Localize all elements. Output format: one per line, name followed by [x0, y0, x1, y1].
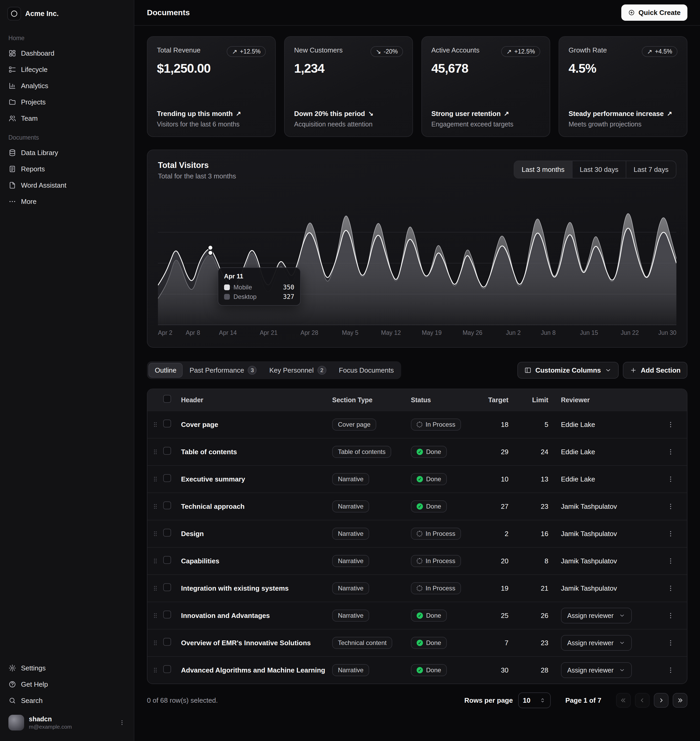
ellipsis-icon [9, 198, 16, 206]
row-checkbox[interactable] [163, 501, 171, 509]
target-value[interactable]: 10 [485, 475, 521, 483]
drag-handle[interactable] [147, 503, 163, 510]
row-menu-button[interactable] [664, 500, 678, 513]
target-value[interactable]: 27 [485, 503, 521, 511]
rows-per-page-select[interactable]: 10 [518, 692, 551, 708]
target-value[interactable]: 2 [485, 530, 521, 538]
row-menu-button[interactable] [664, 418, 678, 431]
drag-handle[interactable] [147, 612, 163, 619]
row-menu-button[interactable] [664, 581, 678, 595]
status-badge: Done [411, 500, 447, 512]
row-checkbox[interactable] [163, 420, 171, 428]
previous-page-button[interactable] [635, 693, 650, 708]
assign-reviewer-select[interactable]: Assign reviewer [561, 635, 632, 651]
visitors-area-chart[interactable]: Apr 11 Mobile 350 Desktop 327 [158, 194, 676, 325]
limit-value[interactable]: 26 [521, 612, 561, 620]
brand-menu[interactable]: Acme Inc. [0, 0, 134, 27]
sidebar-item-dashboard[interactable]: Dashboard [4, 46, 129, 61]
row-menu-button[interactable] [664, 636, 678, 650]
row-menu-button[interactable] [664, 472, 678, 486]
row-menu-button[interactable] [664, 609, 678, 622]
tab-past-performance[interactable]: Past Performance3 [184, 363, 262, 378]
row-checkbox[interactable] [163, 474, 171, 482]
row-menu-button[interactable] [664, 445, 678, 459]
row-checkbox[interactable] [163, 529, 171, 537]
row-header-link[interactable]: Executive summary [181, 475, 332, 483]
target-value[interactable]: 29 [485, 448, 521, 456]
limit-value[interactable]: 24 [521, 448, 561, 456]
sidebar-item-more[interactable]: More [4, 194, 129, 209]
assign-reviewer-select[interactable]: Assign reviewer [561, 662, 632, 678]
sidebar-item-settings[interactable]: Settings [4, 660, 129, 676]
limit-value[interactable]: 5 [521, 420, 561, 429]
row-checkbox[interactable] [163, 447, 171, 455]
next-page-button[interactable] [654, 693, 669, 708]
sidebar-item-get-help[interactable]: Get Help [4, 676, 129, 692]
tab-focus-documents[interactable]: Focus Documents [333, 363, 400, 378]
user-menu[interactable]: shadcn m@example.com [4, 712, 129, 734]
last-page-button[interactable] [673, 693, 687, 708]
sidebar-item-reports[interactable]: Reports [4, 161, 129, 177]
target-value[interactable]: 7 [485, 639, 521, 647]
row-checkbox[interactable] [163, 556, 171, 564]
row-menu-button[interactable] [664, 554, 678, 568]
row-checkbox[interactable] [163, 583, 171, 591]
row-header-link[interactable]: Design [181, 530, 332, 538]
column-header: Status [411, 396, 485, 404]
limit-value[interactable]: 16 [521, 530, 561, 538]
assign-reviewer-select[interactable]: Assign reviewer [561, 608, 632, 623]
row-header-link[interactable]: Overview of EMR's Innovative Solutions [181, 639, 332, 647]
row-header-link[interactable]: Innovation and Advantages [181, 612, 332, 620]
quick-create-button[interactable]: Quick Create [621, 4, 687, 21]
sidebar-item-team[interactable]: Team [4, 110, 129, 126]
customize-columns-button[interactable]: Customize Columns [518, 362, 619, 379]
row-checkbox[interactable] [163, 638, 171, 646]
drag-handle[interactable] [147, 639, 163, 647]
drag-handle[interactable] [147, 421, 163, 428]
add-section-button[interactable]: Add Section [623, 362, 687, 379]
sidebar-item-analytics[interactable]: Analytics [4, 78, 129, 94]
target-value[interactable]: 19 [485, 584, 521, 593]
row-menu-button[interactable] [664, 527, 678, 541]
row-header-link[interactable]: Table of contents [181, 448, 332, 456]
limit-value[interactable]: 21 [521, 584, 561, 593]
sidebar-item-projects[interactable]: Projects [4, 94, 129, 110]
range-last-3-months[interactable]: Last 3 months [514, 161, 572, 178]
drag-handle[interactable] [147, 475, 163, 483]
limit-value[interactable]: 23 [521, 639, 561, 647]
row-checkbox[interactable] [163, 665, 171, 673]
tab-key-personnel[interactable]: Key Personnel2 [263, 363, 332, 378]
sidebar-item-lifecycle[interactable]: Lifecycle [4, 62, 129, 77]
target-value[interactable]: 30 [485, 666, 521, 674]
drag-handle[interactable] [147, 530, 163, 537]
target-value[interactable]: 25 [485, 612, 521, 620]
sidebar-group-documents: Documents [0, 127, 134, 144]
trend-badge: ↗+12.5% [501, 46, 540, 57]
drag-handle[interactable] [147, 448, 163, 456]
select-all-checkbox[interactable] [163, 395, 171, 403]
limit-value[interactable]: 28 [521, 666, 561, 674]
row-header-link[interactable]: Technical approach [181, 503, 332, 511]
sidebar-item-word-assistant[interactable]: Word Assistant [4, 177, 129, 193]
range-last-30-days[interactable]: Last 30 days [572, 161, 626, 178]
drag-handle[interactable] [147, 557, 163, 565]
status-badge: In Process [411, 582, 461, 594]
row-header-link[interactable]: Capabilities [181, 557, 332, 565]
sidebar-item-data-library[interactable]: Data Library [4, 145, 129, 160]
tab-outline[interactable]: Outline [149, 363, 182, 378]
drag-handle[interactable] [147, 585, 163, 592]
row-header-link[interactable]: Integration with existing systems [181, 584, 332, 593]
limit-value[interactable]: 13 [521, 475, 561, 483]
sidebar-item-search[interactable]: Search [4, 693, 129, 709]
limit-value[interactable]: 8 [521, 557, 561, 565]
target-value[interactable]: 20 [485, 557, 521, 565]
first-page-button[interactable] [616, 693, 631, 708]
row-header-link[interactable]: Cover page [181, 420, 332, 429]
row-menu-button[interactable] [664, 663, 678, 677]
drag-handle[interactable] [147, 666, 163, 674]
row-header-link[interactable]: Advanced Algorithms and Machine Learning [181, 666, 332, 674]
row-checkbox[interactable] [163, 610, 171, 619]
range-last-7-days[interactable]: Last 7 days [626, 161, 676, 178]
target-value[interactable]: 18 [485, 420, 521, 429]
limit-value[interactable]: 23 [521, 503, 561, 511]
